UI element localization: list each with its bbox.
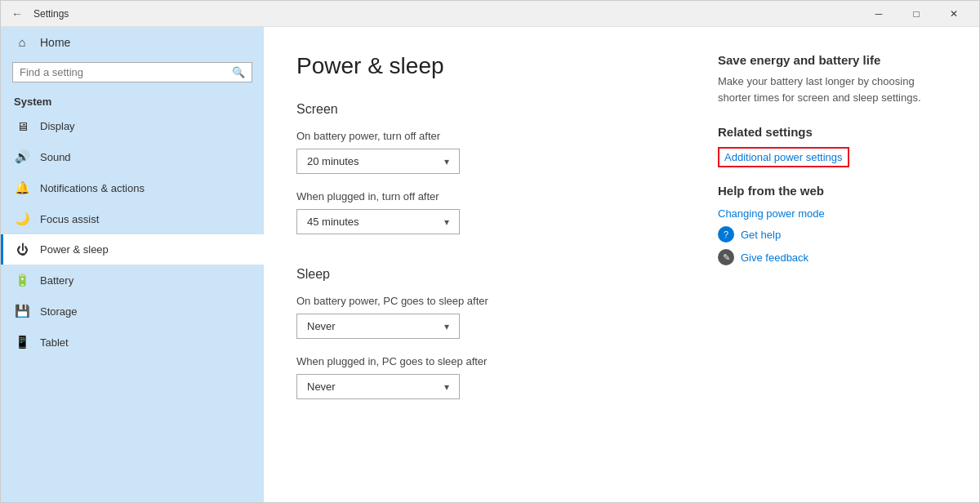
sidebar-item-label: Display: [40, 120, 75, 132]
sleep-plugged-value: Never: [307, 381, 336, 393]
get-help-icon: ?: [718, 226, 734, 243]
window-controls: ─ □ ✕: [860, 1, 973, 27]
sleep-battery-value: Never: [307, 320, 336, 332]
chevron-down-icon: ▾: [444, 321, 449, 332]
sleep-plugged-label: When plugged in, PC goes to sleep after: [296, 355, 669, 367]
back-button[interactable]: ←: [7, 4, 27, 24]
sidebar-item-focus[interactable]: 🌙 Focus assist: [1, 203, 264, 234]
minimize-button[interactable]: ─: [860, 1, 898, 27]
sidebar-item-sound[interactable]: 🔊 Sound: [1, 141, 264, 172]
page-title: Power & sleep: [296, 53, 669, 79]
search-box[interactable]: 🔍: [12, 62, 252, 82]
info-box-title: Save energy and battery life: [718, 53, 947, 67]
content-left: Power & sleep Screen On battery power, t…: [296, 53, 669, 476]
sleep-section-title: Sleep: [296, 267, 669, 282]
display-icon: 🖥: [14, 119, 30, 133]
sidebar: ⌂ Home 🔍 System 🖥 Display 🔊 Sound 🔔 Noti…: [1, 27, 264, 502]
storage-icon: 💾: [14, 304, 30, 318]
sound-icon: 🔊: [14, 149, 30, 164]
screen-battery-value: 20 minutes: [307, 155, 359, 167]
sidebar-item-battery[interactable]: 🔋 Battery: [1, 265, 264, 296]
home-icon: ⌂: [14, 35, 30, 49]
sidebar-item-label: Notifications & actions: [40, 182, 145, 194]
close-button[interactable]: ✕: [935, 1, 973, 27]
sidebar-item-tablet[interactable]: 📱 Tablet: [1, 327, 264, 358]
get-help-row: ? Get help: [718, 226, 947, 243]
chevron-down-icon: ▾: [444, 381, 449, 393]
sidebar-item-storage[interactable]: 💾 Storage: [1, 296, 264, 327]
screen-plugged-dropdown[interactable]: 45 minutes ▾: [296, 209, 460, 234]
feedback-row: ✎ Give feedback: [718, 249, 947, 265]
power-icon: ⏻: [14, 243, 30, 256]
screen-plugged-value: 45 minutes: [307, 216, 359, 228]
sidebar-item-label: Tablet: [40, 336, 69, 349]
main-content: Power & sleep Screen On battery power, t…: [264, 27, 979, 502]
screen-battery-dropdown[interactable]: 20 minutes ▾: [296, 149, 460, 174]
sidebar-item-label: Sound: [40, 151, 71, 163]
content-right: Save energy and battery life Make your b…: [718, 53, 947, 476]
sidebar-item-label: Focus assist: [40, 213, 99, 225]
window-title: Settings: [33, 8, 69, 20]
sleep-battery-label: On battery power, PC goes to sleep after: [296, 295, 669, 307]
changing-power-mode-link[interactable]: Changing power mode: [718, 207, 947, 220]
give-feedback-link[interactable]: Give feedback: [741, 252, 808, 264]
search-input[interactable]: [20, 66, 232, 78]
focus-icon: 🌙: [14, 211, 30, 226]
maximize-button[interactable]: □: [898, 1, 935, 27]
get-help-link[interactable]: Get help: [741, 229, 781, 241]
chevron-down-icon: ▾: [444, 216, 449, 228]
chevron-down-icon: ▾: [444, 156, 449, 167]
notifications-icon: 🔔: [14, 180, 30, 195]
home-label: Home: [40, 36, 70, 49]
related-settings-title: Related settings: [718, 125, 947, 139]
sleep-plugged-dropdown[interactable]: Never ▾: [296, 374, 460, 399]
titlebar: ← Settings ─ □ ✕: [1, 1, 979, 27]
screen-section-title: Screen: [296, 102, 669, 117]
sidebar-item-label: Storage: [40, 305, 78, 318]
sidebar-item-label: Battery: [40, 274, 74, 287]
sidebar-item-display[interactable]: 🖥 Display: [1, 111, 264, 141]
tablet-icon: 📱: [14, 335, 30, 349]
info-box-text: Make your battery last longer by choosin…: [718, 73, 947, 105]
screen-battery-label: On battery power, turn off after: [296, 130, 669, 142]
help-title: Help from the web: [718, 184, 947, 198]
sidebar-item-power[interactable]: ⏻ Power & sleep: [1, 234, 264, 265]
search-icon: 🔍: [232, 66, 245, 78]
screen-plugged-label: When plugged in, turn off after: [296, 190, 669, 203]
sidebar-item-label: Power & sleep: [40, 243, 109, 256]
battery-icon: 🔋: [14, 273, 30, 287]
sidebar-section-title: System: [1, 91, 264, 111]
feedback-icon: ✎: [718, 249, 734, 265]
sidebar-item-home[interactable]: ⌂ Home: [1, 27, 264, 57]
additional-power-settings-link[interactable]: Additional power settings: [718, 147, 849, 167]
sleep-battery-dropdown[interactable]: Never ▾: [296, 314, 460, 339]
sidebar-item-notifications[interactable]: 🔔 Notifications & actions: [1, 172, 264, 203]
